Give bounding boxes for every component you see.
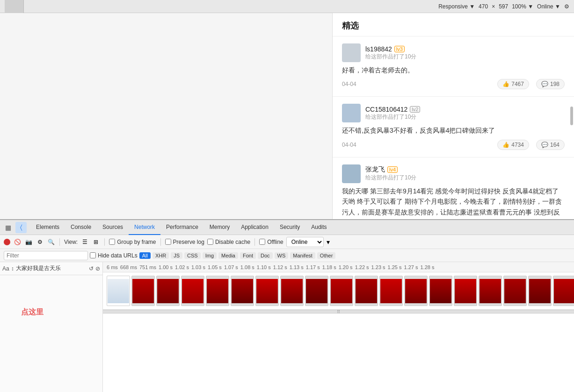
browser-top-bar: Responsive ▼ 470 × 597 100% ▼ Online ▼ ⚙	[0, 0, 574, 13]
devtools-icon-buttons: ▦ 〈	[2, 222, 27, 233]
preserve-log-label[interactable]: Preserve log	[165, 239, 204, 245]
comment-item: 张龙飞 lv4 给这部作品打了10分 我的天哪 第三部去年9月14看完 感觉今年…	[333, 157, 574, 219]
timeline-label-128s: 1.28 s	[421, 264, 435, 270]
network-status[interactable]: Online ▼	[537, 3, 560, 10]
record-button[interactable]	[4, 239, 10, 245]
film-frame[interactable]	[305, 276, 328, 306]
page-title: 大家好我是古天乐	[16, 264, 87, 272]
filter-tag-xhr[interactable]: XHR	[153, 252, 169, 259]
film-frame[interactable]	[131, 276, 155, 306]
devtools-body: Aa ↕ 大家好我是古天乐 ↺ ⊘ 6 ms 668 ms 751 ms 1.0…	[0, 262, 574, 392]
group-by-frame-label[interactable]: Group by frame	[109, 239, 156, 245]
settings-icon[interactable]: ⚙	[564, 3, 569, 10]
filter-tag-js[interactable]: JS	[171, 252, 182, 259]
level-badge: lv3	[394, 46, 405, 52]
group-by-frame-checkbox[interactable]	[109, 239, 115, 245]
filter-tag-manifest[interactable]: Manifest	[290, 252, 315, 259]
timeline-label-110s: 1.10 s	[257, 264, 271, 270]
tab-security[interactable]: Security	[274, 220, 305, 235]
filter-icon[interactable]: ⚙	[36, 238, 44, 246]
comment-button[interactable]: 💬 198	[536, 79, 565, 89]
zoom-level[interactable]: 100% ▼	[512, 3, 533, 10]
tab-console[interactable]: Console	[65, 220, 97, 235]
comment-button[interactable]: 💬 164	[536, 140, 565, 150]
clear-button[interactable]: 🚫	[13, 238, 22, 246]
devtools-tabs: ▦ 〈 Elements Console Sources Network Per…	[0, 220, 574, 235]
gave-points: 给这部作品打了10分	[365, 53, 565, 61]
settings-arrow[interactable]: ▾	[327, 238, 330, 246]
tab-sources[interactable]: Sources	[97, 220, 129, 235]
timeline-label-120s: 1.20 s	[339, 264, 353, 270]
offline-label[interactable]: Offline	[259, 239, 283, 245]
level-badge: lv2	[410, 106, 420, 113]
browser-tabs	[5, 0, 435, 13]
tab-elements[interactable]: Elements	[30, 220, 65, 235]
sort-icon: ↕	[11, 265, 14, 272]
tab-network[interactable]: Network	[129, 220, 160, 235]
filter-tag-other[interactable]: Other	[317, 252, 336, 259]
film-frame[interactable]	[206, 276, 229, 306]
film-frame[interactable]	[107, 276, 130, 306]
like-button[interactable]: 👍 4734	[497, 140, 529, 150]
hide-data-urls-label[interactable]: Hide data URLs	[90, 252, 138, 259]
film-frame[interactable]	[181, 276, 204, 306]
network-throttle-select[interactable]: Online Fast 3G Slow 3G Offline	[286, 237, 324, 247]
film-frame[interactable]	[379, 276, 403, 306]
browser-tab[interactable]	[5, 0, 24, 13]
username: CC158106412 lv2	[365, 106, 565, 113]
hide-data-urls-checkbox[interactable]	[90, 252, 96, 258]
film-frame[interactable]	[528, 276, 552, 306]
comment-actions: 👍 7467 💬 198	[497, 79, 565, 89]
disable-cache-label[interactable]: Disable cache	[207, 239, 250, 245]
like-button[interactable]: 👍 7467	[497, 79, 529, 89]
filter-tag-doc[interactable]: Doc	[258, 252, 273, 259]
grid-view-icon[interactable]: ⊞	[92, 238, 100, 246]
scrollbar-thumb[interactable]	[570, 107, 573, 125]
offline-checkbox[interactable]	[259, 239, 265, 245]
inspect-element-icon[interactable]: ▦	[2, 222, 14, 233]
preserve-log-checkbox[interactable]	[165, 239, 171, 245]
film-frame[interactable]	[429, 276, 452, 306]
list-view-icon[interactable]: ☰	[80, 238, 89, 246]
camera-button[interactable]: 📷	[24, 238, 33, 246]
gave-points: 给这部作品打了10分	[365, 174, 565, 182]
filter-tag-all[interactable]: All	[139, 252, 151, 259]
responsive-label[interactable]: Responsive ▼	[438, 3, 475, 10]
disable-cache-checkbox[interactable]	[207, 239, 213, 245]
device-toolbar-icon[interactable]: 〈	[15, 222, 27, 233]
block-icon[interactable]: ⊘	[95, 265, 100, 272]
film-frame[interactable]	[156, 276, 180, 306]
tab-audits[interactable]: Audits	[305, 220, 332, 235]
tab-performance[interactable]: Performance	[160, 220, 204, 235]
tab-application[interactable]: Application	[235, 220, 274, 235]
film-frame[interactable]	[404, 276, 428, 306]
film-frame[interactable]	[454, 276, 477, 306]
timeline-label-105s: 1.05 s	[208, 264, 222, 270]
filter-tag-media[interactable]: Media	[218, 252, 238, 259]
filter-input[interactable]	[4, 251, 88, 260]
filter-tag-font[interactable]: Font	[240, 252, 256, 259]
resize-handle[interactable]: ⣿	[103, 310, 574, 314]
section-title-jingxuan: 精选	[333, 13, 574, 36]
film-frame[interactable]	[255, 276, 279, 306]
comment-date: 04-04	[342, 81, 356, 87]
user-info: 张龙飞 lv4 给这部作品打了10分	[365, 165, 565, 182]
film-frame[interactable]	[231, 276, 254, 306]
film-frame[interactable]	[330, 276, 353, 306]
comment-item: ls198842 lv3 给这部作品打了10分 好看，冲着古老师去的。 04-0…	[333, 36, 574, 97]
timeline-label-103s: 1.03 s	[191, 264, 205, 270]
film-frame[interactable]	[553, 276, 574, 306]
film-frame[interactable]	[479, 276, 502, 306]
timeline-label-108s: 1.08 s	[240, 264, 254, 270]
web-content-panel: 精选 ls198842 lv3 给这部作品打了10分 好看，冲着古老师去的。 0…	[332, 13, 574, 219]
refresh-icon[interactable]: ↺	[89, 265, 94, 272]
film-frame[interactable]	[503, 276, 527, 306]
film-frame[interactable]	[280, 276, 304, 306]
film-frame[interactable]	[355, 276, 378, 306]
viewport-width: 470	[479, 3, 488, 10]
search-icon[interactable]: 🔍	[47, 238, 55, 246]
filter-tag-ws[interactable]: WS	[275, 252, 289, 259]
tab-memory[interactable]: Memory	[204, 220, 235, 235]
filter-tag-img[interactable]: Img	[203, 252, 217, 259]
filter-tag-css[interactable]: CSS	[184, 252, 201, 259]
